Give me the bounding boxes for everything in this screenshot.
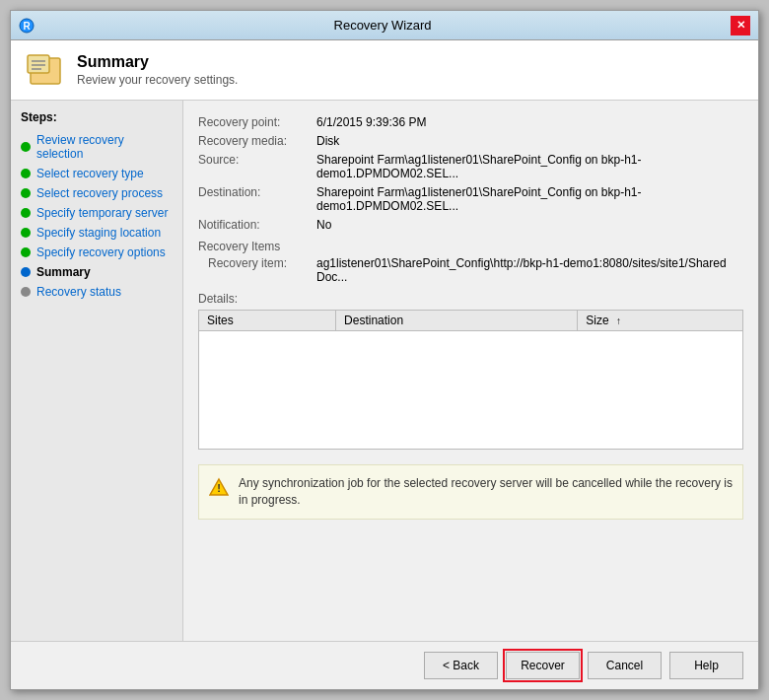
sidebar-item-review-recovery-selection[interactable]: Review recovery selection [16,130,177,164]
recovery-point-row: Recovery point: 6/1/2015 9:39:36 PM [198,115,743,129]
step-dot [21,247,31,257]
recover-button[interactable]: Recover [506,652,580,679]
wizard-window: R Recovery Wizard ✕ Summary Review your … [10,10,759,690]
empty-row [199,331,743,450]
recovery-items-label: Recovery Items [198,240,743,253]
step-dot [21,228,31,238]
sidebar-item-label: Select recovery type [36,167,144,180]
table-body [199,331,743,450]
step-dot [21,208,31,218]
details-section: Details: Sites Destination Size ↑ [198,292,743,450]
source-row: Source: Sharepoint Farm\ag1listener01\Sh… [198,153,743,180]
page-subtitle: Review your recovery settings. [77,73,238,87]
sidebar-item-label: Review recovery selection [36,133,173,161]
destination-value: Sharepoint Farm\ag1listener01\SharePoint… [316,185,743,213]
recovery-item-row: Recovery item: ag1listener01\SharePoint_… [198,256,743,284]
col-size: Size ↑ [578,311,743,331]
sidebar-item-label: Specify staging location [36,226,161,240]
step-dot [21,188,31,198]
sidebar-item-specify-staging-location[interactable]: Specify staging location [16,223,177,243]
recovery-media-value: Disk [316,134,743,148]
destination-row: Destination: Sharepoint Farm\ag1listener… [198,185,743,213]
header-text: Summary Review your recovery settings. [77,53,238,87]
table-header-row: Sites Destination Size ↑ [199,311,743,331]
back-button[interactable]: < Back [424,652,498,679]
sidebar-item-label: Specify recovery options [36,245,166,259]
sidebar-item-recovery-status[interactable]: Recovery status [16,282,177,302]
notification-row: Notification: No [198,218,743,232]
recovery-point-label: Recovery point: [198,115,316,129]
sidebar-item-summary[interactable]: Summary [16,262,177,282]
sidebar-item-select-recovery-process[interactable]: Select recovery process [16,183,177,203]
step-dot [21,169,31,178]
window-title: Recovery Wizard [35,18,731,33]
summary-icon [26,50,65,90]
header-section: Summary Review your recovery settings. [11,40,758,101]
recovery-item-value: ag1listener01\SharePoint_Config\http://b… [316,256,743,284]
details-label: Details: [198,292,743,306]
close-button[interactable]: ✕ [731,16,750,35]
step-dot [21,267,31,277]
recovery-media-row: Recovery media: Disk [198,134,743,148]
source-label: Source: [198,153,316,180]
cancel-button[interactable]: Cancel [588,652,662,679]
warning-box: ! Any synchronization job for the select… [198,464,743,520]
sidebar-item-label: Recovery status [36,285,121,299]
destination-label: Destination: [198,185,316,213]
content-area: Steps: Review recovery selection Select … [11,101,758,641]
sidebar-item-label: Select recovery process [36,186,163,200]
recovery-media-label: Recovery media: [198,134,316,148]
sidebar-item-label: Specify temporary server [36,206,168,220]
sidebar: Steps: Review recovery selection Select … [11,101,183,641]
title-bar: R Recovery Wizard ✕ [11,11,758,40]
sidebar-title: Steps: [16,110,177,124]
recovery-point-value: 6/1/2015 9:39:36 PM [316,115,743,129]
notification-label: Notification: [198,218,316,232]
warning-icon: ! [209,477,229,497]
source-value: Sharepoint Farm\ag1listener01\SharePoint… [316,153,743,180]
warning-text: Any synchronization job for the selected… [239,475,733,509]
svg-rect-3 [28,55,49,73]
sidebar-item-label: Summary [36,265,91,279]
sidebar-item-select-recovery-type[interactable]: Select recovery type [16,164,177,183]
col-sites: Sites [199,311,336,331]
page-title: Summary [77,53,238,71]
step-dot [21,142,31,152]
details-table: Sites Destination Size ↑ [198,310,743,450]
sidebar-item-specify-temporary-server[interactable]: Specify temporary server [16,203,177,223]
notification-value: No [316,218,743,232]
sidebar-item-specify-recovery-options[interactable]: Specify recovery options [16,243,177,262]
footer: < Back Recover Cancel Help [11,641,758,689]
app-icon: R [19,18,35,34]
help-button[interactable]: Help [669,652,743,679]
svg-text:R: R [23,21,31,32]
main-content: Recovery point: 6/1/2015 9:39:36 PM Reco… [183,101,758,641]
col-destination: Destination [336,311,578,331]
svg-text:!: ! [217,482,221,494]
recovery-item-label: Recovery item: [208,256,316,284]
step-dot [21,287,31,297]
